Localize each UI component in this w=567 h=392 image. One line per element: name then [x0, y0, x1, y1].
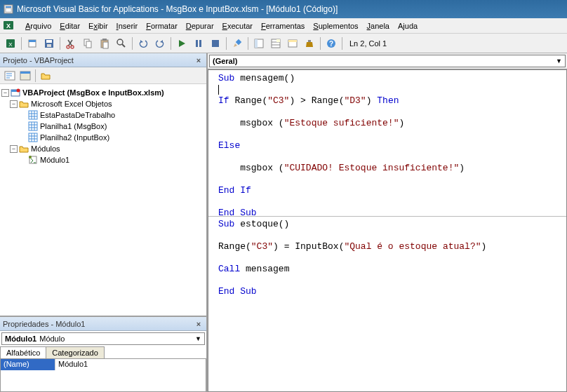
svg-text:X: X	[6, 22, 11, 29]
insert-button[interactable]	[25, 36, 40, 51]
svg-point-61	[29, 156, 32, 158]
tree-item[interactable]: Planilha1 (MsgBox)	[1, 121, 205, 132]
app-icon	[3, 4, 14, 15]
svg-rect-23	[212, 40, 219, 47]
menu-janela[interactable]: Janela	[363, 20, 394, 32]
svg-rect-24	[236, 39, 241, 44]
svg-point-19	[117, 39, 123, 45]
menu-ajuda[interactable]: Ajuda	[394, 20, 422, 32]
svg-rect-8	[29, 40, 36, 42]
copy-button[interactable]	[80, 36, 95, 51]
svg-rect-11	[47, 44, 51, 47]
svg-rect-2	[6, 8, 11, 12]
svg-text:X: X	[8, 41, 13, 48]
svg-rect-50	[29, 122, 37, 130]
help-button[interactable]: ?	[323, 36, 339, 51]
svg-rect-33	[308, 40, 311, 42]
svg-point-12	[67, 46, 69, 48]
collapse-icon[interactable]: −	[1, 89, 9, 97]
paste-button[interactable]	[97, 36, 112, 51]
properties-panel-header: Propriedades - Módulo1 ×	[0, 317, 206, 331]
svg-rect-15	[86, 41, 91, 48]
worksheet-icon	[28, 121, 38, 131]
redo-button[interactable]	[152, 36, 168, 51]
stop-button[interactable]	[208, 36, 223, 51]
menu-depurar[interactable]: Depurar	[182, 20, 218, 32]
collapse-icon[interactable]: −	[10, 145, 18, 153]
excel-icon[interactable]: X	[3, 20, 15, 32]
properties-panel-title: Propriedades - Módulo1	[3, 320, 85, 328]
properties-object-dropdown[interactable]: Módulo1 Módulo ▼	[1, 332, 205, 345]
svg-rect-45	[29, 111, 37, 119]
object-dropdown[interactable]: (Geral) ▼	[209, 55, 566, 67]
project-tree[interactable]: − VBAProject (MsgBox e InputBox.xlsm) − …	[0, 84, 206, 316]
cut-button[interactable]	[63, 36, 79, 51]
menu-ferramentas[interactable]: Ferramentas	[257, 20, 309, 32]
tab-alphabetic[interactable]: Alfabético	[0, 346, 46, 358]
view-excel-button[interactable]: X	[3, 36, 18, 51]
svg-line-20	[122, 44, 125, 47]
menu-editar[interactable]: Editar	[55, 20, 84, 32]
toggle-folders-button[interactable]	[39, 69, 53, 82]
toolbox-button[interactable]	[302, 36, 317, 51]
collapse-icon[interactable]: −	[10, 100, 18, 108]
worksheet-icon	[28, 133, 38, 142]
properties-grid[interactable]: (Name) Módulo1	[0, 358, 206, 392]
object-browser-button[interactable]	[285, 36, 300, 51]
close-icon[interactable]: ×	[194, 56, 204, 65]
project-icon	[11, 88, 20, 97]
property-name[interactable]: (Name)	[1, 359, 55, 370]
toolbar: X ? Ln 2, Col 1	[0, 34, 567, 53]
svg-point-44	[17, 89, 20, 93]
tab-categorized[interactable]: Categorizado	[46, 346, 104, 358]
menu-formatar[interactable]: Formatar	[142, 20, 182, 32]
view-code-button[interactable]	[3, 69, 17, 82]
folder-icon	[19, 144, 29, 154]
property-value[interactable]: Módulo1	[55, 359, 206, 370]
tree-item[interactable]: Módulo1	[1, 154, 205, 165]
svg-text:?: ?	[329, 40, 333, 48]
close-icon[interactable]: ×	[194, 320, 204, 328]
svg-rect-26	[255, 39, 258, 48]
svg-point-13	[71, 46, 74, 48]
pause-button[interactable]	[191, 36, 206, 51]
save-button[interactable]	[41, 36, 57, 51]
svg-rect-17	[102, 39, 107, 41]
tree-item[interactable]: Planilha2 (InputBox)	[1, 132, 205, 143]
project-panel-toolbar	[0, 67, 206, 84]
svg-rect-55	[29, 133, 37, 142]
svg-rect-32	[288, 40, 297, 42]
svg-rect-30	[276, 39, 280, 42]
undo-button[interactable]	[135, 36, 151, 51]
menu-inserir[interactable]: Inserir	[112, 20, 142, 32]
tree-item[interactable]: EstaPastaDeTrabalho	[1, 109, 205, 121]
run-button[interactable]	[174, 36, 189, 51]
project-panel-header: Projeto - VBAProject ×	[0, 53, 206, 67]
svg-rect-10	[46, 40, 52, 43]
menu-suplementos[interactable]: Suplementos	[309, 20, 362, 32]
menubar: X ArquivoEditarExibirInserirFormatarDepu…	[0, 18, 567, 34]
tree-root: − VBAProject (MsgBox e InputBox.xlsm)	[1, 87, 205, 98]
properties-button[interactable]	[268, 36, 284, 51]
window-title: Microsoft Visual Basic for Applications …	[17, 4, 338, 14]
worksheet-icon	[28, 110, 38, 120]
menu-arquivo[interactable]: Arquivo	[21, 20, 55, 32]
code-editor[interactable]: Sub mensagem() If Range("C3") > Range("D…	[208, 69, 567, 392]
menu-executar[interactable]: Executar	[218, 20, 257, 32]
svg-rect-22	[199, 40, 201, 47]
project-explorer-button[interactable]	[251, 36, 267, 51]
view-object-button[interactable]	[18, 69, 32, 82]
svg-rect-18	[103, 42, 108, 48]
design-mode-button[interactable]	[229, 36, 245, 51]
folder-icon	[19, 99, 29, 109]
window-titlebar: Microsoft Visual Basic for Applications …	[0, 0, 567, 18]
cursor-position-status: Ln 2, Col 1	[349, 39, 387, 48]
svg-rect-21	[196, 40, 198, 47]
chevron-down-icon: ▼	[556, 58, 562, 65]
find-button[interactable]	[114, 36, 129, 51]
project-panel-title: Projeto - VBAProject	[3, 56, 74, 65]
module-icon	[28, 155, 38, 165]
svg-rect-41	[20, 72, 30, 74]
chevron-down-icon: ▼	[195, 335, 201, 342]
menu-exibir[interactable]: Exibir	[84, 20, 112, 32]
